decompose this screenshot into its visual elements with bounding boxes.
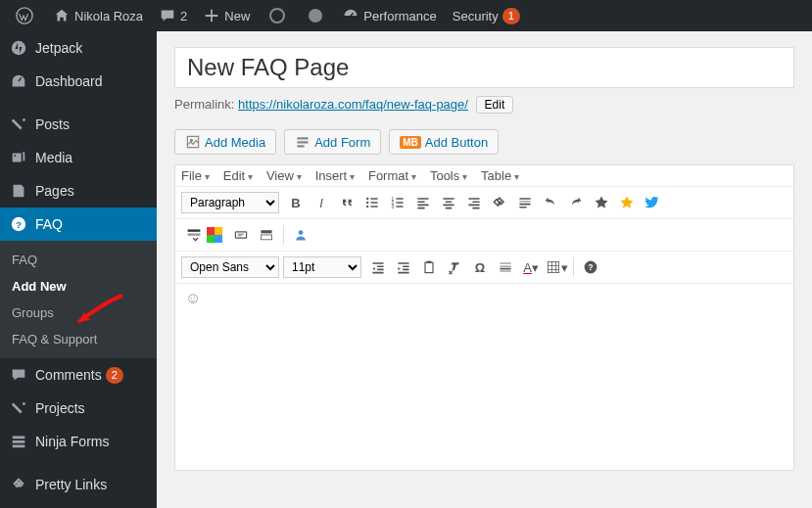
bullet-list-button[interactable] bbox=[359, 190, 385, 215]
yoast-icon[interactable] bbox=[258, 0, 297, 31]
topbar-performance[interactable]: Performance bbox=[334, 0, 444, 31]
permalink-edit-button[interactable]: Edit bbox=[476, 96, 514, 114]
svg-rect-14 bbox=[261, 230, 271, 233]
toolbar-row-4: ☺ bbox=[175, 284, 793, 313]
user-icon[interactable] bbox=[288, 222, 313, 248]
sidebar-item-faq[interactable]: ?FAQ bbox=[0, 208, 157, 241]
font-size-select[interactable]: 11pt bbox=[283, 256, 361, 278]
editor-content: Permalink: https://nikolaroza.com/faq/ne… bbox=[157, 31, 812, 508]
italic-button[interactable]: I bbox=[309, 190, 334, 215]
align-left-button[interactable] bbox=[410, 190, 436, 215]
tinymce-editor: File Edit View Insert Format Tools Table… bbox=[174, 164, 794, 471]
indent-button[interactable] bbox=[391, 254, 416, 280]
sidebar-item-dashboard[interactable]: Dashboard bbox=[0, 65, 157, 98]
more-button[interactable] bbox=[512, 190, 538, 215]
clear-format-button[interactable] bbox=[442, 254, 467, 280]
format-select[interactable]: Paragraph bbox=[181, 192, 279, 213]
faq-submenu: FAQ Add New Groups FAQ & Support bbox=[0, 241, 157, 358]
template-button[interactable] bbox=[254, 222, 279, 248]
menu-tools[interactable]: Tools bbox=[430, 168, 467, 183]
align-right-button[interactable] bbox=[461, 190, 487, 215]
sidebar-item-jetpack[interactable]: Jetpack bbox=[0, 31, 157, 65]
toggle-toolbar-button[interactable] bbox=[181, 222, 207, 248]
svg-rect-17 bbox=[425, 262, 433, 272]
svg-rect-18 bbox=[427, 261, 432, 263]
sidebar-item-posts[interactable]: Posts bbox=[0, 108, 157, 141]
svg-rect-19 bbox=[548, 261, 558, 272]
shortcode-button[interactable] bbox=[228, 222, 254, 248]
submenu-faq-groups[interactable]: Groups bbox=[0, 300, 157, 326]
hr-button[interactable] bbox=[493, 254, 518, 280]
paste-button[interactable] bbox=[416, 254, 442, 280]
sidebar-item-projects[interactable]: Projects bbox=[0, 392, 157, 425]
special-char-button[interactable]: Ω bbox=[467, 254, 493, 280]
topbar-comments[interactable]: 2 bbox=[151, 0, 195, 31]
sidebar-item-pretty-links[interactable]: Pretty Links bbox=[0, 468, 157, 501]
admin-topbar: Nikola Roza 2 New Performance Security1 bbox=[0, 0, 812, 31]
svg-point-7 bbox=[366, 206, 368, 208]
help-button[interactable]: ? bbox=[578, 254, 603, 280]
topbar-new[interactable]: New bbox=[195, 0, 258, 31]
submenu-faq-support[interactable]: FAQ & Support bbox=[0, 326, 157, 352]
permalink-label: Permalink: bbox=[174, 97, 234, 112]
svg-rect-11 bbox=[188, 229, 201, 231]
star-yellow-icon[interactable] bbox=[614, 190, 640, 215]
svg-point-0 bbox=[17, 8, 32, 23]
toolbar-row-2 bbox=[175, 219, 793, 252]
svg-point-16 bbox=[299, 230, 304, 235]
wp-logo[interactable] bbox=[8, 0, 45, 31]
menu-format[interactable]: Format bbox=[368, 168, 416, 183]
editor-body[interactable] bbox=[175, 313, 793, 470]
font-family-select[interactable]: Open Sans bbox=[181, 256, 279, 278]
bold-button[interactable]: B bbox=[283, 190, 309, 215]
permalink-url[interactable]: https://nikolaroza.com/faq/new-faq-page/ bbox=[238, 97, 468, 112]
menu-view[interactable]: View bbox=[266, 168, 302, 183]
svg-text:?: ? bbox=[16, 219, 22, 230]
svg-text:?: ? bbox=[588, 262, 593, 272]
menu-insert[interactable]: Insert bbox=[315, 168, 355, 183]
svg-rect-13 bbox=[235, 232, 246, 238]
svg-rect-15 bbox=[261, 235, 271, 240]
menu-table[interactable]: Table bbox=[481, 168, 519, 183]
menu-edit[interactable]: Edit bbox=[223, 168, 253, 183]
svg-rect-12 bbox=[188, 233, 201, 235]
comments-badge: 2 bbox=[106, 367, 123, 384]
toolbar-row-3: Open Sans 11pt Ω A ▾ ▾ ? bbox=[175, 252, 793, 284]
redo-button[interactable] bbox=[563, 190, 589, 215]
svg-point-5 bbox=[366, 198, 368, 200]
star-grey-icon[interactable] bbox=[589, 190, 614, 215]
toolbar-row-1: Paragraph B I 123 bbox=[175, 187, 793, 219]
text-color-button[interactable]: A ▾ bbox=[518, 254, 544, 280]
admin-sidebar: Jetpack Dashboard Posts Media Pages ?FAQ… bbox=[0, 31, 157, 508]
undo-button[interactable] bbox=[538, 190, 563, 215]
topbar-security[interactable]: Security1 bbox=[445, 0, 528, 31]
svg-point-1 bbox=[12, 41, 25, 55]
security-badge: 1 bbox=[502, 8, 520, 24]
svg-text:3: 3 bbox=[392, 205, 395, 209]
blockquote-button[interactable] bbox=[334, 190, 359, 215]
color-grid-icon[interactable] bbox=[207, 227, 222, 243]
sidebar-item-media[interactable]: Media bbox=[0, 141, 157, 174]
permalink-row: Permalink: https://nikolaroza.com/faq/ne… bbox=[174, 96, 794, 114]
sidebar-item-comments[interactable]: Comments2 bbox=[0, 358, 157, 392]
align-center-button[interactable] bbox=[436, 190, 461, 215]
add-button-button[interactable]: MBAdd Button bbox=[389, 129, 499, 155]
status-dot-icon[interactable] bbox=[297, 0, 334, 31]
svg-point-6 bbox=[366, 202, 368, 204]
sidebar-item-ninja-forms[interactable]: Ninja Forms bbox=[0, 425, 157, 458]
menu-file[interactable]: File bbox=[181, 168, 210, 183]
link-button[interactable] bbox=[487, 190, 512, 215]
submenu-faq-add-new[interactable]: Add New bbox=[0, 273, 157, 300]
outdent-button[interactable] bbox=[365, 254, 391, 280]
post-title-input[interactable] bbox=[174, 47, 794, 88]
table-button[interactable]: ▾ bbox=[544, 254, 569, 280]
emoji-button[interactable]: ☺ bbox=[185, 290, 201, 306]
add-form-button[interactable]: Add Form bbox=[284, 129, 381, 155]
submenu-faq-list[interactable]: FAQ bbox=[0, 247, 157, 273]
numbered-list-button[interactable]: 123 bbox=[385, 190, 410, 215]
site-home[interactable]: Nikola Roza bbox=[45, 0, 151, 31]
twitter-icon[interactable] bbox=[640, 190, 665, 215]
editor-menubar: File Edit View Insert Format Tools Table bbox=[175, 165, 793, 187]
sidebar-item-pages[interactable]: Pages bbox=[0, 174, 157, 208]
add-media-button[interactable]: Add Media bbox=[174, 129, 276, 155]
